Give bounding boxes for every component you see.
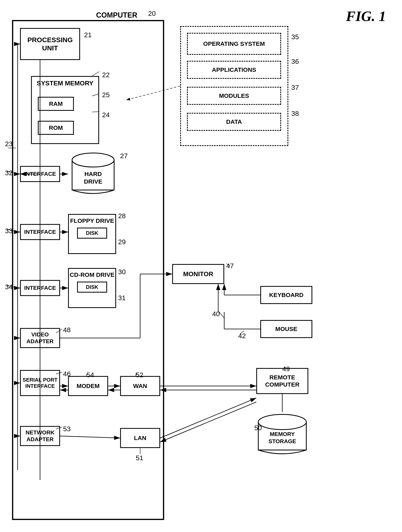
svg-point-5	[258, 414, 306, 430]
ref-52: 52	[136, 371, 143, 379]
ref-37: 37	[291, 84, 299, 91]
svg-text:MEMORY: MEMORY	[270, 431, 295, 437]
system-memory-label: SYSTEM MEMORY	[32, 79, 98, 88]
interface3-box: INTERFACE	[20, 280, 60, 296]
cdrom-label: CD-ROM DRIVE	[70, 271, 114, 279]
ref-30: 30	[118, 268, 126, 276]
disk2-box: DISK	[77, 282, 107, 293]
ref-22: 22	[102, 71, 110, 79]
ref-31: 31	[118, 294, 126, 302]
operating-system-box: OPERATING SYSTEM	[187, 33, 281, 55]
interface1-box: INTERFACE	[20, 166, 60, 182]
modem-box: MODEM	[68, 376, 108, 396]
ref-23: 23	[5, 140, 13, 148]
ref-50: 50	[254, 424, 262, 432]
keyboard-box: KEYBOARD	[260, 286, 312, 304]
ref-34: 34	[5, 283, 13, 291]
ref-48: 48	[63, 326, 71, 334]
applications-box: APPLICATIONS	[187, 61, 281, 79]
ref-29: 29	[118, 238, 126, 246]
memory-storage-cylinder: MEMORY STORAGE	[254, 412, 310, 458]
ref-25: 25	[102, 91, 110, 99]
svg-line-36	[160, 398, 256, 438]
ref-47: 47	[226, 262, 234, 270]
ref-49: 49	[282, 365, 290, 373]
mouse-box: MOUSE	[260, 320, 312, 338]
fig-label: FIG. 1	[346, 8, 386, 25]
system-memory-box: SYSTEM MEMORY RAM ROM	[31, 76, 99, 144]
floppy-drive-box: FLOPPY DRIVE DISK	[68, 214, 116, 254]
ref-42: 42	[238, 332, 246, 340]
wan-box: WAN	[120, 376, 160, 396]
ref-20: 20	[148, 10, 156, 17]
ref-27: 27	[120, 152, 128, 160]
os-group-box: OPERATING SYSTEM APPLICATIONS MODULES DA…	[180, 26, 288, 146]
svg-text:DRIVE: DRIVE	[84, 178, 102, 185]
modules-box: MODULES	[187, 87, 281, 105]
data-box: DATA	[187, 113, 281, 131]
svg-text:STORAGE: STORAGE	[268, 438, 296, 444]
lan-box: LAN	[120, 428, 160, 448]
ref-24: 24	[102, 111, 110, 119]
ref-33: 33	[5, 227, 13, 235]
processing-unit-box: PROCESSING UNIT	[20, 28, 80, 60]
serial-port-box: SERIAL PORT INTERFACE	[20, 370, 60, 396]
ref-21: 21	[84, 31, 92, 39]
ram-box: RAM	[38, 97, 74, 111]
ref-32: 32	[5, 169, 13, 177]
svg-line-37	[160, 402, 256, 442]
monitor-box: MONITOR	[172, 264, 224, 284]
ref-38: 38	[291, 110, 299, 117]
ref-54: 54	[86, 371, 94, 379]
ref-53: 53	[63, 425, 71, 433]
ref-51: 51	[136, 454, 143, 462]
interface2-box: INTERFACE	[20, 224, 60, 240]
video-adapter-box: VIDEO ADAPTER	[20, 328, 60, 348]
ref-40: 40	[212, 310, 220, 318]
diagram: FIG. 1 COMPUTER 20 PROCESSING UNIT 21 SY…	[0, 0, 402, 532]
ref-36: 36	[291, 57, 299, 65]
ref-35: 35	[291, 33, 299, 41]
floppy-drive-label: FLOPPY DRIVE	[70, 217, 114, 224]
network-adapter-box: NETWORK ADAPTER	[20, 426, 60, 446]
cdrom-drive-box: CD-ROM DRIVE DISK	[68, 268, 116, 308]
hard-drive-cylinder: HARD DRIVE	[68, 150, 118, 198]
svg-point-1	[72, 153, 114, 167]
rom-box: ROM	[38, 121, 74, 135]
svg-text:HARD: HARD	[84, 171, 102, 177]
disk1-box: DISK	[77, 228, 107, 239]
computer-label: COMPUTER	[96, 11, 137, 19]
ref-28: 28	[118, 212, 126, 220]
